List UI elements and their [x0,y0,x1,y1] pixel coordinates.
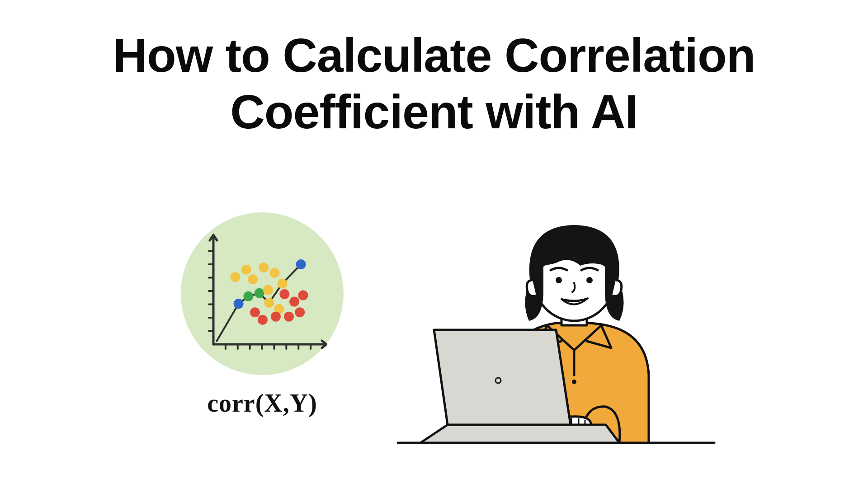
svg-point-30 [250,307,260,317]
svg-point-40 [572,380,576,384]
svg-point-42 [556,277,562,283]
svg-point-24 [259,263,269,272]
chart-circle-bg [181,212,344,375]
svg-point-26 [264,298,274,308]
formula-text: corr(X,Y) [167,389,357,418]
svg-point-20 [255,288,264,298]
svg-point-22 [241,265,251,275]
person-illustration [393,212,719,465]
svg-point-27 [270,268,280,278]
svg-point-32 [271,312,281,322]
svg-point-21 [230,272,240,282]
svg-point-36 [295,307,305,317]
svg-point-35 [289,297,299,307]
svg-point-19 [243,291,253,301]
scatter-chart-icon [201,230,327,357]
svg-point-18 [296,259,306,269]
svg-point-25 [263,285,273,295]
svg-point-23 [248,274,258,284]
chart-illustration: corr(X,Y) [167,212,357,418]
svg-point-37 [298,290,308,300]
svg-point-34 [284,312,294,322]
svg-point-33 [279,289,289,299]
svg-point-43 [586,277,593,283]
lower-content: corr(X,Y) [0,217,868,488]
page-title: How to Calculate Correlation Coefficient… [0,27,868,140]
person-at-laptop-icon [393,212,719,465]
svg-point-29 [277,278,287,288]
svg-point-17 [234,299,244,309]
svg-point-31 [258,315,268,325]
